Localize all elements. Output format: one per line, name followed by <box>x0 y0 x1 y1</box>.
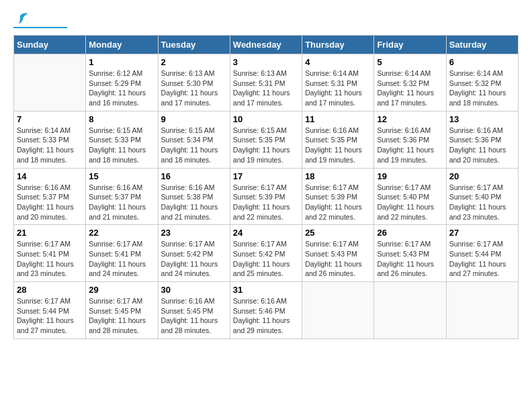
sunset-text: Sunset: 5:31 PM <box>305 79 357 87</box>
calendar-cell: 16 Sunrise: 6:16 AM Sunset: 5:38 PM Dayl… <box>158 168 230 225</box>
sunrise-text: Sunrise: 6:15 AM <box>89 126 142 134</box>
sunrise-text: Sunrise: 6:17 AM <box>377 183 431 191</box>
daylight-text: Daylight: 11 hours and 25 minutes. <box>233 260 290 278</box>
sunrise-text: Sunrise: 6:17 AM <box>89 240 142 248</box>
sunset-text: Sunset: 5:33 PM <box>17 136 69 144</box>
calendar-week-4: 21 Sunrise: 6:17 AM Sunset: 5:41 PM Dayl… <box>14 225 519 282</box>
sunset-text: Sunset: 5:41 PM <box>89 250 141 258</box>
calendar-week-2: 7 Sunrise: 6:14 AM Sunset: 5:33 PM Dayli… <box>14 111 519 168</box>
calendar-cell: 5 Sunrise: 6:14 AM Sunset: 5:32 PM Dayli… <box>374 54 446 111</box>
calendar-cell: 27 Sunrise: 6:17 AM Sunset: 5:44 PM Dayl… <box>446 225 518 282</box>
day-info: Sunrise: 6:16 AM Sunset: 5:37 PM Dayligh… <box>17 183 83 222</box>
sunrise-text: Sunrise: 6:15 AM <box>233 126 287 134</box>
sunset-text: Sunset: 5:41 PM <box>17 250 69 258</box>
daylight-text: Daylight: 11 hours and 24 minutes. <box>161 260 218 278</box>
day-number: 4 <box>305 57 371 67</box>
daylight-text: Daylight: 11 hours and 18 minutes. <box>17 146 74 164</box>
sunset-text: Sunset: 5:36 PM <box>377 136 429 144</box>
sunrise-text: Sunrise: 6:16 AM <box>161 183 215 191</box>
day-number: 8 <box>89 114 154 124</box>
day-info: Sunrise: 6:17 AM Sunset: 5:41 PM Dayligh… <box>89 239 154 279</box>
sunset-text: Sunset: 5:42 PM <box>161 250 214 258</box>
weekday-header-friday: Friday <box>374 36 446 54</box>
sunset-text: Sunset: 5:37 PM <box>17 193 69 201</box>
calendar-cell: 28 Sunrise: 6:17 AM Sunset: 5:44 PM Dayl… <box>14 282 86 339</box>
day-number: 24 <box>233 228 299 238</box>
day-number: 25 <box>305 228 371 238</box>
daylight-text: Daylight: 11 hours and 18 minutes. <box>161 146 218 164</box>
daylight-text: Daylight: 11 hours and 17 minutes. <box>161 89 218 107</box>
daylight-text: Daylight: 11 hours and 22 minutes. <box>377 203 434 221</box>
weekday-header-sunday: Sunday <box>14 36 86 54</box>
day-info: Sunrise: 6:16 AM Sunset: 5:45 PM Dayligh… <box>161 296 227 336</box>
calendar-cell: 22 Sunrise: 6:17 AM Sunset: 5:41 PM Dayl… <box>86 225 158 282</box>
day-info: Sunrise: 6:17 AM Sunset: 5:39 PM Dayligh… <box>233 183 299 222</box>
day-number: 11 <box>305 114 371 124</box>
calendar-cell: 21 Sunrise: 6:17 AM Sunset: 5:41 PM Dayl… <box>14 225 86 282</box>
daylight-text: Daylight: 11 hours and 20 minutes. <box>17 203 74 221</box>
sunset-text: Sunset: 5:29 PM <box>89 79 141 87</box>
day-number: 1 <box>89 57 154 67</box>
sunset-text: Sunset: 5:40 PM <box>377 193 429 201</box>
weekday-header-row: SundayMondayTuesdayWednesdayThursdayFrid… <box>14 36 519 54</box>
day-info: Sunrise: 6:14 AM Sunset: 5:32 PM Dayligh… <box>449 68 515 108</box>
calendar-cell: 30 Sunrise: 6:16 AM Sunset: 5:45 PM Dayl… <box>158 282 230 339</box>
day-number: 9 <box>161 114 227 124</box>
daylight-text: Daylight: 11 hours and 20 minutes. <box>449 146 506 164</box>
calendar-cell: 11 Sunrise: 6:16 AM Sunset: 5:35 PM Dayl… <box>302 111 374 168</box>
day-number: 20 <box>449 171 515 181</box>
daylight-text: Daylight: 11 hours and 17 minutes. <box>305 89 362 107</box>
daylight-text: Daylight: 11 hours and 28 minutes. <box>89 316 146 334</box>
sunrise-text: Sunrise: 6:16 AM <box>377 126 431 134</box>
daylight-text: Daylight: 11 hours and 21 minutes. <box>89 203 146 221</box>
calendar-cell: 4 Sunrise: 6:14 AM Sunset: 5:31 PM Dayli… <box>302 54 374 111</box>
daylight-text: Daylight: 11 hours and 17 minutes. <box>377 89 434 107</box>
sunset-text: Sunset: 5:34 PM <box>161 136 214 144</box>
day-info: Sunrise: 6:17 AM Sunset: 5:41 PM Dayligh… <box>17 239 83 279</box>
weekday-header-thursday: Thursday <box>302 36 374 54</box>
sunset-text: Sunset: 5:32 PM <box>377 79 429 87</box>
day-number: 21 <box>17 228 83 238</box>
sunset-text: Sunset: 5:43 PM <box>377 250 429 258</box>
calendar-cell: 2 Sunrise: 6:13 AM Sunset: 5:30 PM Dayli… <box>158 54 230 111</box>
sunrise-text: Sunrise: 6:17 AM <box>233 240 287 248</box>
day-info: Sunrise: 6:17 AM Sunset: 5:44 PM Dayligh… <box>17 296 83 336</box>
sunset-text: Sunset: 5:45 PM <box>89 307 141 315</box>
daylight-text: Daylight: 11 hours and 18 minutes. <box>449 89 506 107</box>
daylight-text: Daylight: 11 hours and 24 minutes. <box>89 260 146 278</box>
day-info: Sunrise: 6:15 AM Sunset: 5:35 PM Dayligh… <box>233 126 299 165</box>
day-number: 22 <box>89 228 154 238</box>
day-info: Sunrise: 6:15 AM Sunset: 5:34 PM Dayligh… <box>161 126 227 165</box>
sunrise-text: Sunrise: 6:17 AM <box>305 183 359 191</box>
calendar-cell: 29 Sunrise: 6:17 AM Sunset: 5:45 PM Dayl… <box>86 282 158 339</box>
logo-bird-icon <box>15 11 30 26</box>
sunrise-text: Sunrise: 6:13 AM <box>161 69 215 77</box>
calendar-cell: 25 Sunrise: 6:17 AM Sunset: 5:43 PM Dayl… <box>302 225 374 282</box>
calendar-cell: 3 Sunrise: 6:13 AM Sunset: 5:31 PM Dayli… <box>230 54 302 111</box>
calendar-cell: 20 Sunrise: 6:17 AM Sunset: 5:40 PM Dayl… <box>446 168 518 225</box>
daylight-text: Daylight: 11 hours and 16 minutes. <box>89 89 146 107</box>
day-number: 19 <box>377 171 443 181</box>
day-number: 2 <box>161 57 227 67</box>
calendar-cell: 26 Sunrise: 6:17 AM Sunset: 5:43 PM Dayl… <box>374 225 446 282</box>
sunset-text: Sunset: 5:37 PM <box>89 193 141 201</box>
calendar-cell: 8 Sunrise: 6:15 AM Sunset: 5:33 PM Dayli… <box>86 111 158 168</box>
calendar-cell: 13 Sunrise: 6:16 AM Sunset: 5:36 PM Dayl… <box>446 111 518 168</box>
day-number: 12 <box>377 114 443 124</box>
sunrise-text: Sunrise: 6:14 AM <box>17 126 71 134</box>
day-info: Sunrise: 6:17 AM Sunset: 5:45 PM Dayligh… <box>89 296 154 336</box>
daylight-text: Daylight: 11 hours and 26 minutes. <box>377 260 434 278</box>
calendar-cell: 9 Sunrise: 6:15 AM Sunset: 5:34 PM Dayli… <box>158 111 230 168</box>
calendar-cell <box>14 54 86 111</box>
day-info: Sunrise: 6:14 AM Sunset: 5:33 PM Dayligh… <box>17 126 83 165</box>
sunrise-text: Sunrise: 6:16 AM <box>449 126 503 134</box>
sunset-text: Sunset: 5:44 PM <box>17 307 69 315</box>
day-info: Sunrise: 6:16 AM Sunset: 5:38 PM Dayligh… <box>161 183 227 222</box>
day-number: 30 <box>161 285 227 295</box>
calendar-cell: 7 Sunrise: 6:14 AM Sunset: 5:33 PM Dayli… <box>14 111 86 168</box>
calendar-cell: 12 Sunrise: 6:16 AM Sunset: 5:36 PM Dayl… <box>374 111 446 168</box>
day-number: 13 <box>449 114 515 124</box>
calendar-cell: 14 Sunrise: 6:16 AM Sunset: 5:37 PM Dayl… <box>14 168 86 225</box>
day-number: 5 <box>377 57 443 67</box>
page-header <box>13 13 519 28</box>
